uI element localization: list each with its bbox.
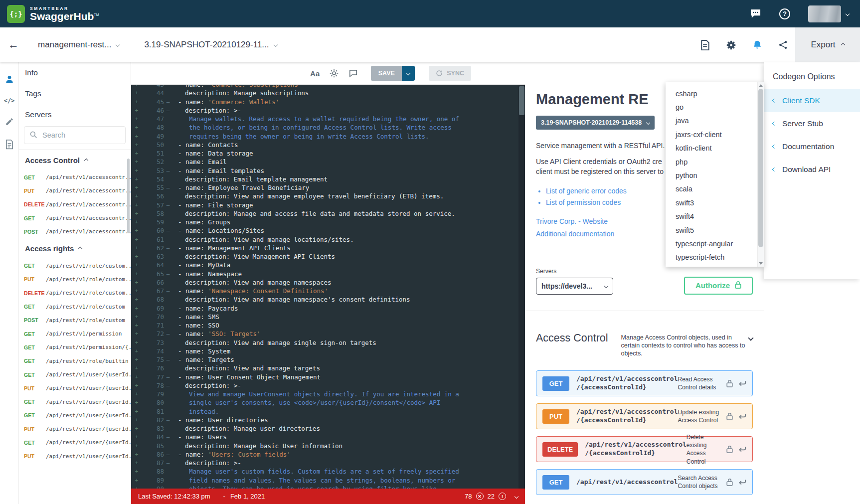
- code-line[interactable]: +70- name: SMS: [131, 313, 525, 321]
- code-line[interactable]: +80single user's consents, use <code>/us…: [131, 398, 525, 407]
- code-line[interactable]: +75–- name: Targets: [131, 355, 525, 364]
- doc-bullet-link-list-of-permission-codes[interactable]: List of permission codes: [546, 198, 621, 206]
- code-line[interactable]: +88Manage user's custom fields. Custom f…: [131, 467, 525, 476]
- code-line[interactable]: +72–- name: 'SSO: Targets': [131, 330, 525, 338]
- operation-row[interactable]: PUT/api/rest/v1/accesscontrol /{accessCo…: [536, 403, 753, 429]
- server-select[interactable]: https://devel3...: [536, 278, 613, 295]
- save-button[interactable]: SAVE: [371, 66, 402, 81]
- sdk-language-csharp[interactable]: csharp: [666, 87, 764, 100]
- sdk-language-php[interactable]: php: [666, 155, 764, 168]
- sidebar-endpoint[interactable]: POST/api/rest/v1/role/custom: [19, 314, 131, 327]
- sidebar-scrollbar[interactable]: [127, 159, 130, 233]
- code-line[interactable]: +53–- name: Email templates: [131, 167, 525, 175]
- deep-link-arrow-icon[interactable]: [738, 380, 746, 387]
- sidebar-endpoint[interactable]: PUT/api/rest/v1/user/{userId...: [19, 381, 131, 395]
- fold-icon[interactable]: –: [164, 330, 172, 338]
- code-editor[interactable]: +43–- name: 'Commerce: Subscriptions'+44…: [131, 85, 525, 489]
- documentation-icon[interactable]: [5, 139, 14, 150]
- sdk-scrollbar[interactable]: [757, 82, 764, 267]
- gear-icon[interactable]: [726, 40, 736, 50]
- operation-row[interactable]: GET/api/rest/v1/accesscontrol /{accessCo…: [536, 370, 753, 396]
- lock-icon[interactable]: [726, 412, 733, 420]
- sidebar-endpoint[interactable]: POST/api/rest/v1/accesscontr...: [19, 225, 131, 238]
- api-explorer-icon[interactable]: [4, 74, 14, 84]
- code-line[interactable]: +64- name: MyData: [131, 261, 525, 269]
- scroll-down-icon[interactable]: [759, 262, 763, 265]
- sdk-language-swift4[interactable]: swift4: [666, 210, 764, 223]
- code-line[interactable]: +78–description: >-: [131, 381, 525, 390]
- api-name-dropdown[interactable]: management-rest...: [38, 40, 119, 50]
- sidebar-endpoint[interactable]: GET/api/rest/v1/user/{userId...: [19, 436, 131, 449]
- code-line[interactable]: +73description: View and manage single s…: [131, 338, 525, 347]
- sidebar-endpoint[interactable]: PUT/api/rest/v1/role/custom...: [19, 273, 131, 286]
- sidebar-item-servers[interactable]: Servers: [19, 104, 131, 125]
- export-menu-item-server-stub[interactable]: Server Stub: [764, 112, 860, 135]
- fold-icon[interactable]: –: [164, 416, 172, 424]
- theme-brightness-icon[interactable]: [330, 69, 339, 78]
- operation-row[interactable]: GET/api/rest/v1/accesscontrolSearch Acce…: [536, 469, 753, 495]
- sidebar-endpoint[interactable]: DELETE/api/rest/v1/role/custom...: [19, 286, 131, 300]
- code-line[interactable]: +65–- name: Namespace: [131, 270, 525, 278]
- lock-icon[interactable]: [726, 478, 733, 486]
- sidebar-endpoint[interactable]: DELETE/api/rest/v1/accesscontr...: [19, 198, 131, 211]
- fold-icon[interactable]: –: [164, 201, 172, 209]
- sdk-language-go[interactable]: go: [666, 100, 764, 114]
- sidebar-endpoint[interactable]: GET/api/rest/v1/user/{userId...: [19, 368, 131, 381]
- deep-link-arrow-icon[interactable]: [738, 413, 746, 420]
- sidebar-endpoint[interactable]: PUT/api/rest/v1/user/{userId...: [19, 450, 131, 463]
- code-line[interactable]: +83description: Manage user directories: [131, 424, 525, 433]
- code-line[interactable]: +58description: Manage and access file d…: [131, 209, 525, 218]
- code-line[interactable]: +57–- name: File storage: [131, 201, 525, 209]
- sidebar-endpoint[interactable]: GET/api/rest/v1/permission/{...: [19, 340, 131, 354]
- search-input[interactable]: Search: [24, 126, 126, 144]
- font-size-icon[interactable]: Aa: [310, 69, 320, 78]
- sidebar-item-info[interactable]: Info: [19, 62, 131, 83]
- fold-icon[interactable]: –: [164, 381, 172, 390]
- fold-icon[interactable]: –: [164, 270, 172, 278]
- code-line[interactable]: +85description: Manage basic User inform…: [131, 442, 525, 450]
- sidebar-endpoint[interactable]: GET/api/rest/v1/user/{userId...: [19, 395, 131, 408]
- editor-scrollbar-thumb[interactable]: [519, 86, 524, 115]
- api-version-dropdown[interactable]: 3.19-SNAPSHOT-20210129-11...: [144, 40, 277, 50]
- fold-icon[interactable]: –: [164, 85, 172, 89]
- code-line[interactable]: +79View and manage UserConsent objects d…: [131, 390, 525, 398]
- sidebar-endpoint[interactable]: GET/api/rest/v1/role/custom: [19, 300, 131, 313]
- lock-icon[interactable]: [726, 379, 733, 387]
- code-line[interactable]: +71- name: SSO: [131, 321, 525, 330]
- fold-icon[interactable]: –: [164, 183, 172, 192]
- sdk-language-swift3[interactable]: swift3: [666, 196, 764, 209]
- sync-button[interactable]: SYNC: [429, 66, 471, 81]
- section-collapse-icon[interactable]: [748, 335, 753, 340]
- sdk-language-jaxrs-cxf-client[interactable]: jaxrs-cxf-client: [666, 128, 764, 141]
- fold-icon[interactable]: –: [164, 226, 172, 235]
- code-line[interactable]: +68description: View and manage namespac…: [131, 295, 525, 304]
- sdk-language-typescript-angular[interactable]: typescript-angular: [666, 237, 764, 250]
- sidebar-endpoint[interactable]: PUT/api/rest/v1/user/{userId...: [19, 422, 131, 436]
- sdk-language-typescript-fetch[interactable]: typescript-fetch: [666, 251, 764, 264]
- statusbar-caret-icon[interactable]: [515, 494, 518, 498]
- error-icon[interactable]: ✕: [476, 493, 484, 500]
- comment-icon[interactable]: [348, 69, 358, 78]
- sdk-language-swift5[interactable]: swift5: [666, 223, 764, 237]
- code-line[interactable]: +62–- name: Management API Clients: [131, 244, 525, 252]
- code-line[interactable]: +89field names and values. The values ca…: [131, 476, 525, 485]
- code-line[interactable]: +44description: Manage subscriptions: [131, 89, 525, 97]
- code-line[interactable]: +59- name: Groups: [131, 218, 525, 226]
- fold-icon[interactable]: –: [164, 433, 172, 441]
- sdk-language-java[interactable]: java: [666, 114, 764, 128]
- code-line[interactable]: +55–- name: Employee Travel Beneficiary: [131, 183, 525, 192]
- doc-bullet-link-list-of-generic-error-codes[interactable]: List of generic error codes: [546, 187, 627, 195]
- code-line[interactable]: +84–- name: Users: [131, 433, 525, 441]
- sidebar-endpoint[interactable]: GET/api/rest/v1/accesscontr...: [19, 211, 131, 225]
- sidebar-section-header-access-control[interactable]: Access Control: [19, 150, 131, 170]
- sidebar-endpoint[interactable]: GET/api/rest/v1/user/{userId...: [19, 409, 131, 422]
- code-line[interactable]: +47Manage wallets. Read access to a wall…: [131, 115, 525, 123]
- code-line[interactable]: +50- name: Contacts: [131, 141, 525, 149]
- sdk-language-scala[interactable]: scala: [666, 182, 764, 196]
- sidebar-section-header-access-rights[interactable]: Access rights: [19, 238, 131, 259]
- fold-icon[interactable]: –: [164, 106, 172, 115]
- code-editor-icon[interactable]: </>: [4, 97, 15, 104]
- user-menu[interactable]: [808, 5, 849, 22]
- export-menu-item-client-sdk[interactable]: Client SDK: [764, 89, 860, 112]
- sidebar-endpoint[interactable]: GET/api/rest/v1/role/custom...: [19, 259, 131, 272]
